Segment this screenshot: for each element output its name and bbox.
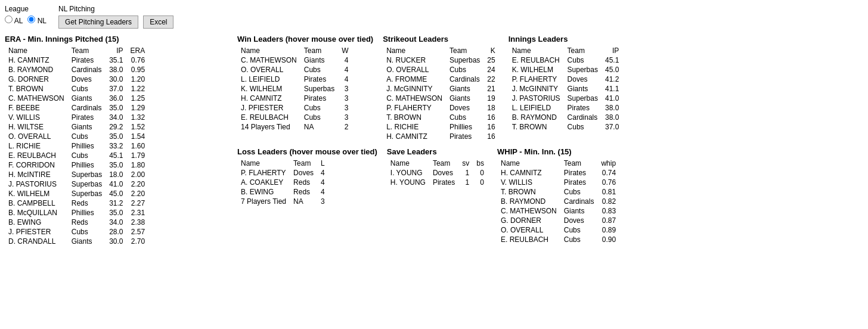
table-cell: F. CORRIDON: [5, 160, 68, 170]
table-cell: Cubs: [68, 151, 106, 160]
table-cell: 0: [473, 168, 488, 178]
table-cell: Reds: [290, 187, 317, 197]
table-cell: 35.0: [106, 132, 126, 141]
table-row: J. PASTORIUSSuperbas41.0: [509, 94, 623, 103]
table-row: H. WILTSEGiants29.21.52: [5, 122, 148, 132]
table-cell: 2.27: [127, 198, 149, 208]
table-cell: 2.70: [127, 237, 149, 246]
table-row: C. MATHEWSONGiants4: [237, 55, 352, 65]
innings-leaders-table: NameTeamIP E. REULBACHCubs45.1K. WILHELM…: [509, 46, 623, 132]
table-cell: 3: [317, 197, 328, 206]
table-cell: 4: [317, 178, 328, 187]
table-cell: 2.57: [127, 227, 149, 237]
table-row: O. OVERALLCubs4: [237, 65, 352, 75]
table-row: T. BROWNCubs37.01.22: [5, 84, 148, 94]
table-cell: Doves: [564, 75, 602, 84]
table-cell: O. OVERALL: [5, 132, 68, 141]
table-cell: J. PASTORIUS: [509, 94, 564, 103]
table-cell: Pirates: [446, 132, 483, 141]
table-cell: 45.0: [602, 65, 622, 75]
table-cell: Reds: [68, 218, 106, 227]
table-cell: Giants: [560, 206, 598, 216]
column-header: sv: [458, 159, 473, 168]
table-cell: Giants: [446, 94, 483, 103]
table-row: G. DORNERDoves30.01.20: [5, 75, 148, 84]
table-row: O. OVERALLCubs0.89: [497, 225, 619, 235]
table-cell: Giants: [68, 94, 106, 103]
table-cell: O. OVERALL: [237, 65, 300, 75]
table-cell: 45.1: [106, 151, 126, 160]
table-cell: Pirates: [300, 94, 338, 103]
al-radio-label[interactable]: AL: [5, 15, 23, 25]
table-cell: K. WILHELM: [5, 189, 68, 198]
table-cell: G. DORNER: [5, 75, 68, 84]
table-cell: C. MATHEWSON: [5, 94, 68, 103]
table-row: B. EWINGReds34.02.38: [5, 218, 148, 227]
table-cell: 37.0: [106, 84, 126, 94]
table-cell: 2.31: [127, 208, 149, 218]
table-cell: Superbas: [68, 189, 106, 198]
table-cell: 2.20: [127, 189, 149, 198]
table-cell: 1.29: [127, 103, 149, 113]
table-cell: Doves: [290, 168, 317, 178]
table-row: A. COAKLEYReds4: [237, 178, 328, 187]
table-row: J. PFIESTERCubs3: [237, 103, 352, 113]
table-row: C. MATHEWSONGiants36.01.25: [5, 94, 148, 103]
table-row: E. REULBACHCubs0.90: [497, 235, 619, 244]
table-cell: 35.0: [106, 160, 126, 170]
table-cell: Cubs: [68, 84, 106, 94]
table-cell: 0: [473, 178, 488, 187]
table-cell: Pirates: [300, 75, 338, 84]
table-cell: Pirates: [564, 103, 602, 113]
table-cell: N. RUCKER: [383, 55, 446, 65]
table-cell: H. YOUNG: [387, 178, 429, 187]
table-cell: 0.95: [127, 65, 149, 75]
table-cell: H. CAMNITZ: [237, 94, 300, 103]
table-cell: Superbas: [68, 179, 106, 189]
table-cell: Cubs: [300, 65, 338, 75]
table-cell: A. COAKLEY: [237, 178, 290, 187]
table-cell: Cubs: [560, 235, 598, 244]
table-cell: B. EWING: [5, 218, 68, 227]
excel-button[interactable]: Excel: [143, 15, 173, 29]
table-cell: Cardinals: [68, 65, 106, 75]
table-cell: Cubs: [68, 132, 106, 141]
table-cell: 41.0: [602, 94, 622, 103]
nl-radio-label[interactable]: NL: [27, 15, 46, 25]
table-cell: Superbas: [68, 170, 106, 179]
table-cell: 16: [483, 132, 498, 141]
table-cell: Doves: [446, 103, 483, 113]
table-cell: 30.0: [106, 75, 126, 84]
column-header: Team: [446, 46, 483, 55]
table-cell: Doves: [68, 75, 106, 84]
get-pitching-leaders-button[interactable]: Get Pitching Leaders: [58, 15, 138, 29]
al-radio[interactable]: [5, 15, 13, 23]
table-row: P. FLAHERTYDoves41.2: [509, 75, 623, 84]
save-leaders-title: Save Leaders: [387, 147, 488, 156]
league-label: League: [5, 5, 46, 13]
table-cell: L. LEIFIELD: [509, 103, 564, 113]
nl-radio[interactable]: [27, 15, 35, 23]
column-header: bs: [473, 159, 488, 168]
table-row: H. CAMNITZPirates16: [383, 132, 499, 141]
table-cell: 35.0: [106, 208, 126, 218]
table-cell: Superbas: [446, 55, 483, 65]
table-cell: V. WILLIS: [5, 113, 68, 122]
table-cell: 0.82: [597, 197, 619, 206]
table-row: F. CORRIDONPhillies35.01.80: [5, 160, 148, 170]
table-cell: 19: [483, 94, 498, 103]
table-cell: Reds: [290, 178, 317, 187]
table-row: E. REULBACHCubs45.1: [509, 55, 623, 65]
table-cell: Cubs: [564, 122, 602, 132]
table-cell: Superbas: [300, 84, 338, 94]
table-cell: 41.1: [602, 84, 622, 94]
table-row: E. REULBACHCubs45.11.79: [5, 151, 148, 160]
table-cell: Cardinals: [560, 197, 598, 206]
column-header: IP: [106, 46, 126, 55]
table-cell: 45.0: [106, 189, 126, 198]
table-cell: 0.81: [597, 187, 619, 197]
table-cell: 0.74: [597, 168, 619, 178]
table-cell: Pirates: [429, 178, 458, 187]
table-row: T. BROWNCubs16: [383, 113, 499, 122]
table-cell: J. McGINNITY: [509, 84, 564, 94]
